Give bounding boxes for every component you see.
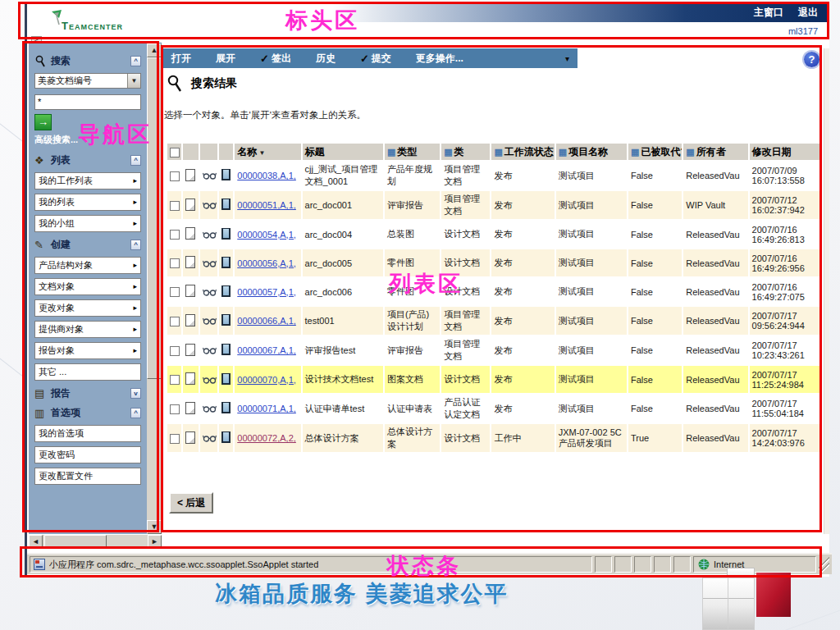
sidebar-item-label: 我的小组 bbox=[39, 217, 133, 230]
table-row[interactable]: 00000070,A,1, 设计技术文档test 图案文档 设计文档 发布 测试… bbox=[167, 366, 820, 393]
column-header[interactable]: ▦所有者 bbox=[683, 144, 747, 160]
toolbar-item[interactable]: 打开 bbox=[171, 52, 191, 66]
sidebar-item[interactable]: 我的首选项 bbox=[34, 425, 141, 442]
sidebar-vertical-scrollbar[interactable]: ▲ ▼ bbox=[147, 43, 162, 534]
table-row[interactable]: 00000051,A,1, arc_doc001 评审报告 项目管理文档 发布 … bbox=[167, 191, 820, 219]
sidebar-item[interactable]: 报告对象▸ bbox=[34, 342, 141, 359]
search-category-dropdown[interactable]: 美菱文档编号 ▼ bbox=[34, 73, 141, 89]
scroll-up-icon[interactable]: ▲ bbox=[147, 43, 162, 57]
column-header[interactable]: ▦已被取代? bbox=[628, 144, 682, 160]
item-link[interactable]: 00000066,A,1, bbox=[237, 316, 296, 326]
section-toggle-button[interactable]: ^ bbox=[130, 155, 141, 166]
row-checkbox[interactable] bbox=[170, 346, 180, 356]
sidebar-horizontal-scrollbar[interactable]: ◄ ► bbox=[29, 535, 162, 549]
table-header-row: 名称 ▼标题▦类型▦类▦工作流状态▦项目名称▦已被取代?▦所有者修改日期 bbox=[167, 144, 820, 160]
search-input[interactable] bbox=[34, 94, 141, 110]
vertical-scroll-thumb[interactable] bbox=[147, 57, 162, 379]
section-toggle-button[interactable]: ^ bbox=[130, 408, 141, 418]
row-checkbox[interactable] bbox=[170, 375, 180, 385]
table-row[interactable]: 00000057,A,1, arc_doc006 零件图 设计文档 发布 测试项… bbox=[167, 278, 820, 305]
filter-icon[interactable]: ▦ bbox=[387, 147, 395, 157]
table-row[interactable]: 00000056,A,1, arc_doc005 零件图 设计文档 发布 测试项… bbox=[167, 249, 820, 276]
row-checkbox[interactable] bbox=[170, 171, 180, 181]
scroll-down-icon[interactable]: ▼ bbox=[147, 520, 162, 534]
applet-icon bbox=[34, 559, 45, 570]
glasses-icon bbox=[203, 434, 217, 442]
item-link[interactable]: 00000070,A,1, bbox=[237, 375, 296, 385]
column-header[interactable]: 修改日期 bbox=[750, 144, 820, 160]
item-link[interactable]: 00000054,A,1, bbox=[237, 230, 296, 240]
sidebar-item[interactable]: 更改对象▸ bbox=[34, 299, 141, 317]
cell-modified-date: 2007/07/1616:49:27:075 bbox=[750, 278, 820, 305]
toolbar-caret-icon[interactable]: ▾ bbox=[565, 54, 569, 63]
table-row[interactable]: 00000038,A,1, cjj_测试_项目管理文档_0001 产品年度规划 … bbox=[167, 162, 820, 189]
item-link[interactable]: 00000057,A,1, bbox=[237, 287, 296, 297]
advanced-search-link[interactable]: 高级搜索... bbox=[34, 134, 78, 146]
row-checkbox[interactable] bbox=[170, 258, 180, 268]
help-icon[interactable]: ? bbox=[804, 52, 819, 67]
toolbar-item[interactable]: ✓提交 bbox=[360, 52, 391, 66]
section-title: 首选项 bbox=[51, 406, 130, 420]
toolbar-item[interactable]: 更多操作... bbox=[416, 52, 463, 66]
search-go-button[interactable]: → bbox=[34, 114, 52, 130]
resize-grip-icon[interactable] bbox=[819, 556, 829, 573]
table-row[interactable]: 00000054,A,1, arc_doc004 总装图 设计文档 发布 测试项… bbox=[167, 221, 820, 248]
row-checkbox[interactable] bbox=[170, 434, 180, 444]
filter-icon[interactable]: ▦ bbox=[444, 147, 452, 157]
item-link[interactable]: 00000067,A,1, bbox=[237, 345, 296, 355]
main-vertical-scrollbar[interactable] bbox=[824, 48, 829, 534]
filter-icon[interactable]: ▦ bbox=[631, 147, 639, 157]
horizontal-scroll-thumb[interactable] bbox=[44, 535, 107, 549]
toolbar-item[interactable]: ✓签出 bbox=[260, 52, 291, 66]
row-checkbox[interactable] bbox=[170, 230, 180, 240]
section-toggle-button[interactable]: ^ bbox=[130, 240, 141, 250]
back-button[interactable]: < 后退 bbox=[169, 492, 213, 514]
row-checkbox[interactable] bbox=[170, 287, 180, 297]
column-header[interactable]: ▦类型 bbox=[385, 144, 440, 160]
cell-modified-date: 2007/07/0916:07:13:558 bbox=[750, 162, 820, 189]
filter-icon[interactable]: ▦ bbox=[494, 147, 502, 157]
column-header[interactable]: ▦项目名称 bbox=[556, 144, 627, 160]
table-row[interactable]: 00000067,A,1, 评审报告test 评审报告 项目管理文档 发布 测试… bbox=[167, 336, 820, 364]
item-link[interactable]: 00000038,A,1, bbox=[237, 171, 296, 180]
row-checkbox[interactable] bbox=[170, 404, 180, 414]
row-checkbox[interactable] bbox=[170, 201, 180, 211]
column-header[interactable]: 名称 ▼ bbox=[235, 144, 300, 160]
section-toggle-button[interactable]: v bbox=[130, 388, 141, 399]
search-toggle-button[interactable]: ^ bbox=[130, 56, 141, 66]
sidebar-item[interactable]: 更改配置文件 bbox=[34, 468, 141, 485]
sidebar-item[interactable]: 我的小组▸ bbox=[34, 215, 141, 232]
sidebar-item[interactable]: 文档对象▸ bbox=[34, 278, 141, 295]
filter-icon[interactable]: ▦ bbox=[559, 147, 567, 157]
column-header[interactable]: ▦类 bbox=[441, 144, 490, 160]
toolbar-item[interactable]: 展开 bbox=[216, 52, 235, 66]
scroll-left-icon[interactable]: ◄ bbox=[29, 535, 43, 549]
cell-modified-date: 2007/07/1616:49:26:956 bbox=[750, 249, 820, 276]
filter-icon[interactable]: ▦ bbox=[686, 147, 694, 157]
document-icon bbox=[185, 431, 195, 444]
row-checkbox[interactable] bbox=[170, 317, 180, 326]
cell-workflow-status: 工作中 bbox=[491, 424, 554, 452]
sidebar-item[interactable]: 提供商对象▸ bbox=[34, 321, 141, 338]
item-link[interactable]: 00000072,A,2, bbox=[237, 433, 296, 443]
exit-link[interactable]: 退出 bbox=[798, 6, 818, 20]
item-link[interactable]: 00000071,A,1, bbox=[237, 404, 296, 413]
select-all-checkbox[interactable] bbox=[170, 148, 180, 158]
scroll-right-icon[interactable]: ► bbox=[148, 535, 162, 549]
sidebar-item[interactable]: 我的工作列表▸ bbox=[34, 172, 141, 189]
cell-project: 测试项目 bbox=[556, 162, 627, 189]
column-header[interactable]: 标题 bbox=[303, 144, 383, 160]
sidebar-item[interactable]: 产品结构对象▸ bbox=[34, 257, 141, 274]
sidebar-item[interactable]: 其它 ... bbox=[34, 363, 141, 381]
sidebar-item[interactable]: 更改密码 bbox=[34, 446, 141, 463]
item-link[interactable]: 00000056,A,1, bbox=[237, 258, 296, 268]
column-header[interactable]: ▦工作流状态 bbox=[491, 144, 554, 160]
table-row[interactable]: 00000066,A,1, test001 项目(产品)设计计划 项目管理文档 … bbox=[167, 307, 820, 335]
table-row[interactable]: 00000072,A,2, 总体设计方案 总体设计方案 设计文档 工作中 JXM… bbox=[167, 424, 820, 452]
glasses-icon bbox=[203, 288, 217, 296]
sidebar-item[interactable]: 我的列表▸ bbox=[34, 194, 141, 211]
main-window-link[interactable]: 主窗口 bbox=[754, 6, 783, 20]
toolbar-item[interactable]: 历史 bbox=[316, 52, 336, 66]
table-row[interactable]: 00000071,A,1, 认证申请单test 认证申请表 产品认证认定文档 发… bbox=[167, 395, 820, 422]
item-link[interactable]: 00000051,A,1, bbox=[237, 200, 296, 210]
